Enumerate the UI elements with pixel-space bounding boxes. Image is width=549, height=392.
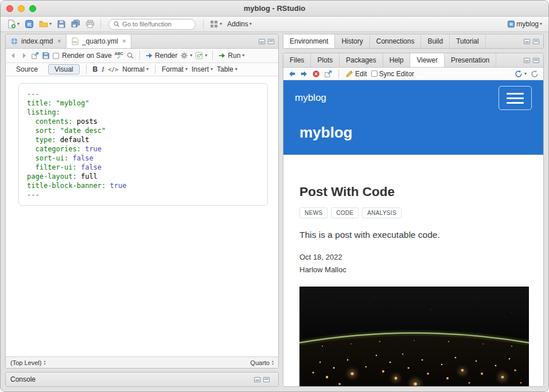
tab-environment[interactable]: Environment xyxy=(283,34,335,48)
save-all-button[interactable] xyxy=(69,18,82,30)
insert-chunk-button[interactable]: C ▾ xyxy=(195,52,207,60)
open-file-button[interactable]: ▾ xyxy=(37,18,53,30)
tab-build[interactable]: Build xyxy=(421,34,450,48)
pencil-icon xyxy=(345,70,353,78)
back-icon[interactable] xyxy=(288,70,296,78)
spellcheck-icon[interactable]: ABC ✓ xyxy=(115,52,123,60)
close-icon[interactable]: ✕ xyxy=(122,38,127,44)
tab-quarto-yml[interactable]: YML _quarto.yml ✕ xyxy=(67,34,131,48)
italic-button[interactable]: I xyxy=(102,65,104,74)
reload-pane-button[interactable] xyxy=(531,70,539,78)
tab-index-qmd[interactable]: index.qmd ✕ xyxy=(6,34,67,48)
tab-help[interactable]: Help xyxy=(383,53,411,67)
site-navbar-title[interactable]: myblog xyxy=(295,92,326,104)
maximize-pane-icon[interactable] xyxy=(533,39,539,44)
edit-button[interactable]: Edit xyxy=(345,70,367,78)
tab-plots[interactable]: Plots xyxy=(311,53,340,67)
save-icon[interactable] xyxy=(42,52,50,60)
run-label: Run xyxy=(228,52,240,60)
popout-icon[interactable] xyxy=(324,70,332,78)
render-on-save-checkbox[interactable] xyxy=(53,53,59,59)
zoom-window-button[interactable] xyxy=(29,5,36,12)
tab-presentation[interactable]: Presentation xyxy=(445,53,496,67)
minimize-pane-icon[interactable] xyxy=(524,58,530,63)
maximize-pane-icon[interactable] xyxy=(268,39,274,44)
workspace-panes-button[interactable]: ▾ xyxy=(208,18,224,30)
post-date: Oct 18, 2022 xyxy=(299,253,543,261)
paragraph-style-select[interactable]: Normal ▾ xyxy=(122,65,149,73)
close-window-button[interactable] xyxy=(6,5,13,12)
workspace: index.qmd ✕ YML _quarto.yml ✕ xyxy=(1,32,548,391)
grid-icon xyxy=(209,19,219,29)
project-menu[interactable]: R myblog ▾ xyxy=(505,19,544,29)
open-folder-icon xyxy=(39,19,48,29)
chevron-down-icon: ▾ xyxy=(242,53,244,58)
print-button[interactable] xyxy=(84,18,96,30)
render-button[interactable]: Render xyxy=(145,52,177,60)
tab-tutorial[interactable]: Tutorial xyxy=(450,34,486,48)
maximize-pane-icon[interactable] xyxy=(263,377,270,382)
sync-editor-checkbox[interactable]: Sync Editor xyxy=(371,70,414,78)
forward-icon[interactable] xyxy=(300,70,308,78)
render-options-button[interactable]: ▾ xyxy=(180,52,192,60)
hamburger-menu-button[interactable] xyxy=(499,86,532,110)
back-icon[interactable] xyxy=(9,52,17,60)
category-badge[interactable]: CODE xyxy=(331,207,359,218)
tab-history[interactable]: History xyxy=(335,34,369,48)
tab-viewer[interactable]: Viewer xyxy=(410,53,444,67)
minimize-window-button[interactable] xyxy=(18,5,25,12)
run-button[interactable]: Run ▾ xyxy=(218,52,244,60)
minimize-pane-icon[interactable] xyxy=(524,39,530,44)
tab-files[interactable]: Files xyxy=(283,53,311,67)
tab-connections[interactable]: Connections xyxy=(370,34,422,48)
new-project-button[interactable]: R xyxy=(23,18,36,30)
search-icon xyxy=(113,20,120,28)
addins-menu[interactable]: Addins ▾ xyxy=(225,19,254,29)
chevron-down-icon: ▾ xyxy=(524,72,527,76)
category-badge[interactable]: ANALYSIS xyxy=(362,207,402,218)
save-all-icon xyxy=(71,19,80,29)
stop-icon[interactable] xyxy=(312,70,320,78)
forward-icon[interactable] xyxy=(20,52,28,60)
editor-statusbar: (Top Level) ▴▾ Quarto ▴▾ xyxy=(6,356,278,368)
yaml-metadata-block[interactable]: ---title: "myblog"listing: contents: pos… xyxy=(18,83,268,206)
tab-packages[interactable]: Packages xyxy=(340,53,383,67)
maximize-pane-icon[interactable] xyxy=(533,58,539,63)
console-header[interactable]: Console xyxy=(6,373,278,386)
category-badges: NEWS CODE ANALYSIS xyxy=(299,207,543,218)
rstudio-window: myblog - RStudio ▾ R ▾ ▾ xyxy=(0,0,549,392)
minimize-pane-icon[interactable] xyxy=(259,39,265,44)
table-menu[interactable]: Table ▾ xyxy=(217,65,237,73)
updown-icon: ▴▾ xyxy=(272,360,274,366)
code-button[interactable]: </> xyxy=(108,66,118,73)
goto-file-input[interactable] xyxy=(122,21,191,28)
refresh-viewer-button[interactable]: ▾ xyxy=(515,70,527,78)
visual-editor[interactable]: ---title: "myblog"listing: contents: pos… xyxy=(6,76,278,356)
pane-controls xyxy=(255,34,278,48)
save-button[interactable] xyxy=(55,18,68,30)
scope-selector[interactable]: (Top Level) ▴▾ xyxy=(10,359,45,366)
svg-text:R: R xyxy=(509,22,513,27)
post-content: Post With Code NEWS CODE ANALYSIS This i… xyxy=(283,155,543,386)
visual-mode-button[interactable]: Visual xyxy=(48,64,79,75)
goto-file-search[interactable] xyxy=(108,19,196,30)
doc-type-selector[interactable]: Quarto ▴▾ xyxy=(250,359,274,366)
popout-icon[interactable] xyxy=(31,52,39,60)
new-file-button[interactable]: ▾ xyxy=(5,18,21,30)
close-icon[interactable]: ✕ xyxy=(57,38,61,44)
find-icon[interactable] xyxy=(126,52,134,60)
source-mode-button[interactable]: Source xyxy=(10,64,44,75)
post-title: Post With Code xyxy=(299,185,543,199)
chevron-down-icon: ▾ xyxy=(17,22,20,26)
print-icon xyxy=(85,19,95,29)
render-on-save-label: Render on Save xyxy=(62,52,112,60)
minimize-pane-icon[interactable] xyxy=(254,377,260,382)
environment-tabbar: Environment History Connections Build Tu… xyxy=(283,34,543,48)
bold-button[interactable]: B xyxy=(93,65,98,73)
window-title: myblog - RStudio xyxy=(244,4,306,13)
insert-menu[interactable]: Insert ▾ xyxy=(192,65,213,73)
format-menu[interactable]: Format ▾ xyxy=(162,65,188,73)
hamburger-line xyxy=(507,93,524,95)
category-badge[interactable]: NEWS xyxy=(299,207,328,218)
refresh-icon xyxy=(515,70,523,78)
